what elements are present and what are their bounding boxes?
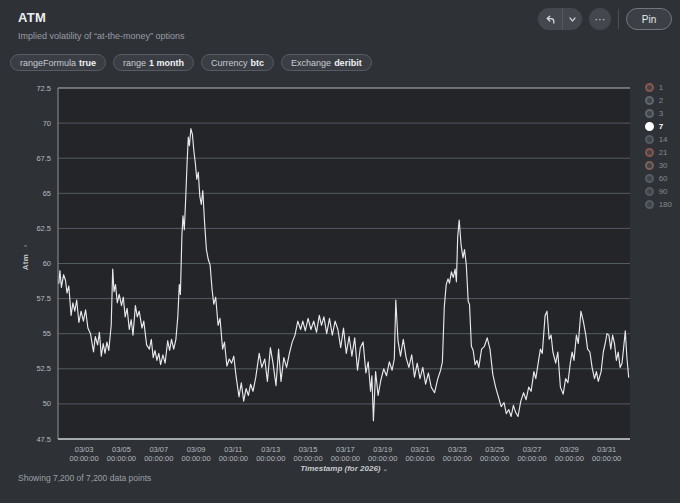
filter-chip-key: rangeFormula [20, 58, 76, 68]
svg-text:55: 55 [43, 329, 51, 338]
svg-text:03/17: 03/17 [336, 445, 355, 454]
legend-item-label: 1 [659, 83, 663, 92]
legend-item-2[interactable]: 2 [645, 96, 672, 104]
filter-chip-key: Currency [211, 58, 248, 68]
svg-text:03/23: 03/23 [448, 445, 467, 454]
legend-dot-icon [645, 135, 654, 144]
svg-text:00:00:00: 00:00:00 [70, 454, 99, 463]
history-dropdown-toggle[interactable] [563, 8, 582, 30]
legend-item-14[interactable]: 14 [645, 135, 672, 143]
page-subtitle: Implied volatility of “at-the-money” opt… [18, 31, 185, 41]
filter-chip-value: 1 month [149, 58, 184, 68]
undo-button[interactable] [538, 8, 563, 30]
page-title: ATM [18, 10, 46, 25]
chevron-down-icon [568, 15, 577, 24]
legend-item-180[interactable]: 180 [645, 200, 672, 208]
svg-text:72.5: 72.5 [36, 84, 51, 93]
legend-dot-icon [645, 174, 654, 183]
svg-text:00:00:00: 00:00:00 [405, 454, 434, 463]
legend-item-30[interactable]: 30 [645, 161, 672, 169]
atm-volatility-panel: ATM Implied volatility of “at-the-money”… [0, 0, 680, 503]
svg-text:00:00:00: 00:00:00 [144, 454, 173, 463]
svg-text:00:00:00: 00:00:00 [368, 454, 397, 463]
legend-item-1[interactable]: 1 [645, 83, 672, 91]
legend-item-label: 2 [659, 96, 663, 105]
filter-chip-row: rangeFormulatruerange1 monthCurrencybtcE… [10, 54, 372, 71]
svg-text:57.5: 57.5 [36, 294, 51, 303]
svg-text:00:00:00: 00:00:00 [592, 454, 621, 463]
legend-dot-icon [645, 200, 654, 209]
pin-button[interactable]: Pin [626, 8, 672, 30]
controls-divider [618, 9, 619, 29]
filter-chip-value: btc [251, 58, 265, 68]
filter-chip-key: range [123, 58, 146, 68]
filter-chip-key: Exchange [291, 58, 331, 68]
legend-item-21[interactable]: 21 [645, 148, 672, 156]
legend-dot-icon [645, 109, 654, 118]
svg-text:67.5: 67.5 [36, 154, 51, 163]
svg-text:00:00:00: 00:00:00 [256, 454, 285, 463]
legend-item-7[interactable]: 7 [645, 122, 672, 130]
svg-text:03/03: 03/03 [75, 445, 94, 454]
svg-text:00:00:00: 00:00:00 [331, 454, 360, 463]
legend-item-label: 7 [659, 122, 663, 131]
legend-item-90[interactable]: 90 [645, 187, 672, 195]
svg-text:00:00:00: 00:00:00 [480, 454, 509, 463]
svg-text:52.5: 52.5 [36, 364, 51, 373]
legend-item-60[interactable]: 60 [645, 174, 672, 182]
legend-item-label: 60 [659, 174, 668, 183]
status-text: Showing 7,200 of 7,200 data points [18, 473, 151, 483]
more-options-button[interactable]: ⋯ [589, 8, 611, 30]
undo-arrow-icon [544, 13, 556, 25]
legend-dot-icon [645, 148, 654, 157]
svg-text:03/19: 03/19 [373, 445, 392, 454]
svg-text:03/07: 03/07 [149, 445, 168, 454]
legend-dot-icon [645, 122, 654, 131]
legend-item-label: 30 [659, 161, 668, 170]
svg-text:03/31: 03/31 [597, 445, 616, 454]
svg-text:03/29: 03/29 [560, 445, 579, 454]
legend-item-label: 90 [659, 187, 668, 196]
legend-item-label: 3 [659, 109, 663, 118]
svg-text:00:00:00: 00:00:00 [219, 454, 248, 463]
filter-chip-currency[interactable]: Currencybtc [201, 54, 274, 71]
filter-chip-range[interactable]: range1 month [113, 54, 194, 71]
caret-down-icon: ⌄ [23, 244, 29, 251]
legend-item-label: 21 [659, 148, 668, 157]
svg-text:00:00:00: 00:00:00 [293, 454, 322, 463]
volatility-line-chart[interactable]: 47.55052.55557.56062.56567.57072.503/030… [0, 80, 680, 480]
header-controls: ⋯ Pin [538, 8, 672, 30]
legend-dot-icon [645, 161, 654, 170]
chart-wrap: 47.55052.55557.56062.56567.57072.503/030… [0, 80, 680, 480]
filter-chip-value: deribit [334, 58, 362, 68]
legend-item-3[interactable]: 3 [645, 109, 672, 117]
svg-text:50: 50 [43, 399, 51, 408]
y-axis-title[interactable]: Atm ⌄ [21, 244, 30, 270]
filter-chip-rangeformula[interactable]: rangeFormulatrue [10, 54, 106, 71]
legend-item-label: 180 [659, 200, 672, 209]
svg-text:03/13: 03/13 [261, 445, 280, 454]
x-axis-title[interactable]: Timestamp (for 2026) ⌄ [58, 464, 630, 473]
legend-dot-icon [645, 187, 654, 196]
svg-text:03/27: 03/27 [523, 445, 542, 454]
svg-text:00:00:00: 00:00:00 [181, 454, 210, 463]
svg-text:00:00:00: 00:00:00 [517, 454, 546, 463]
legend-item-label: 14 [659, 135, 668, 144]
caret-down-icon: ⌄ [383, 466, 388, 472]
svg-text:47.5: 47.5 [36, 435, 51, 444]
svg-text:60: 60 [43, 259, 51, 268]
ellipsis-icon: ⋯ [595, 14, 606, 25]
svg-text:03/05: 03/05 [112, 445, 131, 454]
svg-text:03/15: 03/15 [299, 445, 318, 454]
svg-text:00:00:00: 00:00:00 [107, 454, 136, 463]
legend-dot-icon [645, 83, 654, 92]
legend-dot-icon [645, 96, 654, 105]
svg-text:70: 70 [43, 119, 51, 128]
svg-text:62.5: 62.5 [36, 224, 51, 233]
svg-text:65: 65 [43, 189, 51, 198]
svg-text:03/09: 03/09 [187, 445, 206, 454]
filter-chip-exchange[interactable]: Exchangederibit [281, 54, 372, 71]
svg-text:00:00:00: 00:00:00 [443, 454, 472, 463]
svg-text:03/11: 03/11 [224, 445, 242, 454]
history-split-button [538, 8, 582, 30]
